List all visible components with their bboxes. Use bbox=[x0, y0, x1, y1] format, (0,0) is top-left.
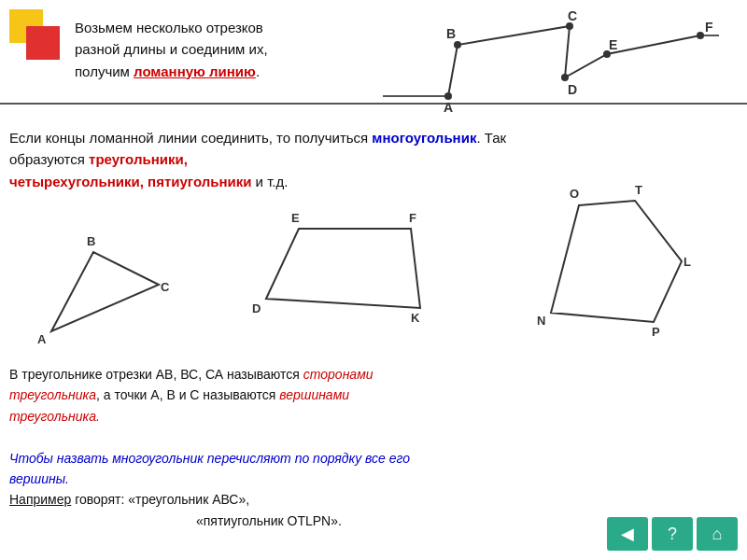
polygon-diagrams: A B C D E F K O T L P N bbox=[0, 177, 747, 355]
section3-line4: Чтобы назвать многоугольник перечисляют … bbox=[9, 448, 719, 469]
svg-text:F: F bbox=[409, 211, 416, 225]
section3-line5: вершины. bbox=[9, 469, 719, 489]
svg-text:L: L bbox=[684, 255, 691, 269]
section2-triangles: треугольники, bbox=[89, 151, 188, 167]
svg-text:B: B bbox=[87, 234, 95, 248]
svg-text:P: P bbox=[652, 325, 660, 339]
section2-polygon: многоугольник bbox=[372, 130, 476, 146]
section1-highlight: ломанную линию bbox=[134, 63, 256, 79]
svg-point-6 bbox=[566, 22, 573, 30]
svg-point-9 bbox=[697, 32, 704, 39]
svg-text:D: D bbox=[252, 301, 261, 315]
section3-text: В треугольнике отрезки АВ, ВС, СА называ… bbox=[9, 364, 719, 531]
home-button[interactable]: ⌂ bbox=[697, 517, 738, 551]
section2-prefix: Если концы ломанной линии соединить, то … bbox=[9, 130, 372, 146]
back-button[interactable]: ◀ bbox=[607, 517, 648, 551]
section3-line6: Например говорят: «треугольник АВС», bbox=[9, 489, 719, 510]
svg-marker-16 bbox=[51, 252, 159, 331]
svg-point-7 bbox=[561, 74, 569, 81]
svg-text:C: C bbox=[568, 8, 577, 23]
svg-marker-25 bbox=[551, 201, 682, 322]
svg-text:O: O bbox=[570, 187, 579, 201]
polyline-diagram: A B C D E F bbox=[383, 7, 719, 119]
section3-line2: треугольника, а точки А, В и С называютс… bbox=[9, 385, 719, 405]
section3-line3: треугольника. bbox=[9, 406, 719, 427]
svg-text:E: E bbox=[609, 37, 617, 52]
svg-text:E: E bbox=[291, 211, 300, 225]
section1-line2: разной длины и соединим их, bbox=[75, 41, 268, 57]
svg-text:D: D bbox=[568, 82, 577, 97]
help-button[interactable]: ? bbox=[652, 517, 693, 551]
svg-text:N: N bbox=[537, 314, 545, 328]
svg-text:F: F bbox=[705, 20, 713, 35]
svg-marker-20 bbox=[266, 229, 420, 308]
svg-text:T: T bbox=[635, 183, 642, 197]
red-square bbox=[26, 26, 60, 60]
section1-line3-prefix: получим bbox=[75, 63, 134, 79]
section1-end: . bbox=[256, 63, 260, 79]
navigation-buttons: ◀ ? ⌂ bbox=[607, 517, 738, 551]
svg-text:A: A bbox=[444, 100, 453, 115]
svg-text:A: A bbox=[37, 332, 47, 346]
section3-line1: В треугольнике отрезки АВ, ВС, СА называ… bbox=[9, 364, 719, 385]
svg-text:C: C bbox=[161, 280, 170, 294]
section1-line1: Возьмем несколько отрезков bbox=[75, 20, 263, 35]
section1-text: Возьмем несколько отрезков разной длины … bbox=[75, 17, 392, 82]
svg-point-4 bbox=[444, 92, 452, 100]
svg-text:B: B bbox=[446, 26, 456, 41]
decorative-squares bbox=[9, 9, 65, 65]
svg-text:K: K bbox=[411, 311, 420, 325]
svg-point-5 bbox=[454, 41, 461, 49]
